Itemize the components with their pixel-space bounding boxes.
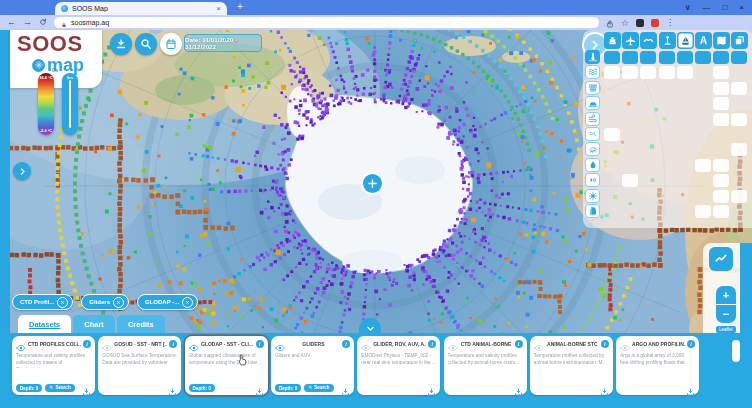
matrix-cell[interactable] [695,159,711,172]
matrix-cell[interactable] [604,66,620,79]
matrix-cell[interactable] [659,51,675,64]
matrix-cell[interactable] [713,51,729,64]
tab-close-icon[interactable]: × [216,5,221,13]
chart-toggle-button[interactable] [709,247,733,271]
matrix-cell[interactable] [622,174,638,187]
browser-tab[interactable]: SOOS Map × [55,2,227,15]
matrix-cell[interactable] [604,128,620,141]
visibility-eye-icon[interactable] [16,339,26,349]
matrix-cell[interactable] [713,82,729,95]
visibility-eye-icon[interactable] [102,339,112,349]
dataset-card[interactable]: ANIMAL-BORNE STCiTemperature profiles co… [530,336,613,395]
download-dataset-icon[interactable] [255,383,264,392]
extension-icon-red[interactable] [651,19,659,27]
card-search-chip[interactable]: Search [45,384,74,393]
matrix-cell[interactable] [731,143,747,156]
variable-net-icon[interactable] [585,81,600,95]
dataset-chip[interactable]: Gliders [81,294,129,310]
download-dataset-icon[interactable] [341,383,350,392]
reload-button[interactable] [39,18,47,28]
dataset-card[interactable]: GLIDER, ROV, AUV, A...iEMODnet Physics -… [357,336,440,395]
dataset-chip[interactable]: CTD Profil... [12,294,73,310]
extension-icon-dark[interactable] [636,19,644,27]
info-icon[interactable]: i [515,340,523,348]
platform-mooring-icon[interactable] [659,32,676,49]
download-dataset-icon[interactable] [168,383,177,392]
visibility-eye-icon[interactable] [361,339,371,349]
info-icon[interactable]: i [687,340,695,348]
matrix-cell[interactable] [695,51,711,64]
download-dataset-icon[interactable] [686,383,695,392]
matrix-cell[interactable] [604,51,620,64]
matrix-cell[interactable] [713,159,729,172]
dataset-card[interactable]: GLIDERSiGliders and AUVDepth: 0Search [271,336,354,395]
variable-co2-icon[interactable]: CO2 [585,127,600,141]
dataset-chip[interactable]: GLODAP -... [137,294,198,310]
matrix-cell[interactable] [677,66,693,79]
matrix-cell[interactable] [640,66,656,79]
info-icon[interactable]: i [256,340,264,348]
share-icon[interactable] [606,14,614,32]
visibility-eye-icon[interactable] [275,339,285,349]
download-dataset-icon[interactable] [82,383,91,392]
platform-sailboat-icon[interactable] [677,32,694,49]
card-depth-chip[interactable]: Depth: 0 [275,384,301,392]
maximize-button[interactable]: □ [722,3,727,12]
dataset-card[interactable]: CTD PROFILES COLL...iTemperature and sal… [12,336,95,395]
variable-pages-icon[interactable] [585,204,600,218]
download-dataset-icon[interactable] [427,383,436,392]
variable-temperature-icon[interactable] [585,50,600,64]
card-depth-chip[interactable]: Depth: 0 [16,384,42,392]
dataset-card[interactable]: GOSUD - SST - NRT [...iGOSUD Sea Surface… [98,336,181,395]
variable-microbe-icon[interactable] [585,189,600,203]
expand-left-button[interactable] [13,162,31,180]
matrix-cell[interactable] [713,174,729,187]
date-range-field[interactable]: Date: 01/01/2020 - 31/12/2022 [184,34,262,52]
card-search-chip[interactable]: Search [304,384,333,393]
matrix-cell[interactable] [622,51,638,64]
forward-button[interactable]: → [23,18,32,27]
info-icon[interactable]: i [83,340,91,348]
bookmark-star-icon[interactable]: ☆ [621,18,629,28]
matrix-cell[interactable] [713,113,729,126]
remove-chip-icon[interactable] [113,297,124,308]
tab-credits[interactable]: Credits [117,315,165,333]
tab-datasets[interactable]: Datasets [18,315,71,333]
download-button[interactable] [110,33,132,55]
matrix-cell[interactable] [695,205,711,218]
platform-layers-icon[interactable] [731,32,748,49]
matrix-cell[interactable] [677,51,693,64]
platform-platform-icon[interactable] [695,32,712,49]
browser-menu-icon[interactable]: ⋮ [666,18,674,27]
platform-ship-icon[interactable] [604,32,621,49]
info-icon[interactable]: i [342,340,350,348]
matrix-cell[interactable] [713,190,729,203]
variable-sonar-icon[interactable] [585,173,600,187]
tab-search-icon[interactable]: ∨ [685,3,691,12]
matrix-cell[interactable] [640,51,656,64]
variable-wind-icon[interactable] [585,112,600,126]
visibility-eye-icon[interactable] [620,339,630,349]
leaflet-attribution[interactable]: Leaflet [716,326,736,333]
matrix-cell[interactable] [731,113,747,126]
depth-slider-track[interactable] [69,80,71,128]
close-window-button[interactable]: × [739,3,744,12]
temperature-legend[interactable]: 36.6 °C -2.6 °C [38,73,54,135]
search-button[interactable] [135,33,157,55]
variable-waves-icon[interactable] [585,65,600,79]
matrix-cell[interactable] [731,190,747,203]
back-button[interactable]: ← [7,18,16,27]
platform-bird-icon[interactable] [640,32,657,49]
info-icon[interactable]: i [601,340,609,348]
platform-plane-icon[interactable] [622,32,639,49]
matrix-cell[interactable] [713,97,729,110]
dataset-card[interactable]: GLODAP - SST - CLI...iGlobal mapped clim… [185,336,268,395]
download-dataset-icon[interactable] [600,383,609,392]
matrix-cell[interactable] [622,66,638,79]
info-icon[interactable]: i [169,340,177,348]
remove-chip-icon[interactable] [182,297,193,308]
visibility-eye-icon[interactable] [189,339,199,349]
visibility-eye-icon[interactable] [534,339,544,349]
info-icon[interactable]: i [428,340,436,348]
variable-droplet-icon[interactable] [585,158,600,172]
